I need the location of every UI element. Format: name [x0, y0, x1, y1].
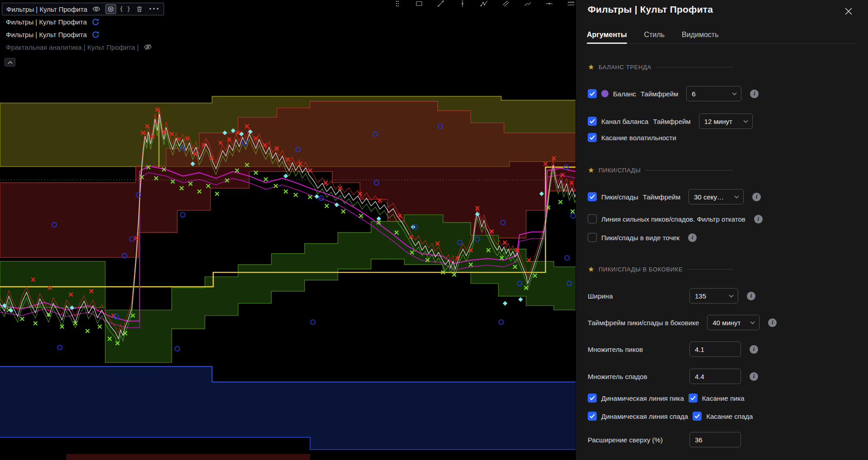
peaks-timeframe-select[interactable]: 30 секу… [689, 189, 744, 204]
peak-multiplier-input[interactable] [689, 341, 741, 357]
info-icon[interactable]: i [688, 233, 697, 242]
drag-handle-icon[interactable] [392, 0, 402, 9]
info-icon[interactable]: i [752, 193, 761, 201]
balance-timeframe-select[interactable]: 6 [686, 86, 741, 101]
sideways-timeframe-label: Таймфрейм пики/спады в боковике [588, 319, 699, 327]
vertical-line-tool-icon[interactable] [458, 0, 467, 9]
peak-touch-checkbox[interactable] [689, 394, 698, 403]
drop-multiplier-row: Множитель спадов i [588, 369, 859, 384]
width-label: Ширина [588, 292, 681, 300]
drop-touch-label: Касание спада [706, 413, 753, 420]
peaks-timeframe-row: Пики/спады Таймфрейм 30 секу… i [588, 189, 859, 204]
more-options-icon[interactable]: ••• [149, 4, 160, 14]
dynamic-drop-line-row: Динамическая линия спада Касание спада [588, 412, 859, 421]
volatility-touch-row: Касание волатильности [588, 133, 859, 142]
balance-channel-timeframe-select[interactable]: 12 минут [699, 114, 753, 129]
section-peaks-sideways: ПИКИ/СПАДЫ В БОКОВИКЕ [588, 266, 733, 273]
eye-off-icon[interactable] [142, 42, 153, 52]
section-title: ПИКИ/СПАДЫ В БОКОВИКЕ [599, 266, 683, 273]
star-icon [588, 266, 594, 273]
chart-canvas[interactable]: Фильтры | Культ Профита { } ••• Фильтры … [0, 0, 576, 460]
parallel-channel-tool-icon[interactable] [501, 0, 511, 9]
width-row: Ширина 135 i [588, 288, 859, 304]
dialog-tabs: Аргументы Стиль Видимость [587, 26, 857, 44]
legend-collapse-button[interactable] [5, 58, 15, 66]
star-icon [588, 64, 594, 71]
peak-touch-label: Касание пика [702, 394, 745, 402]
info-icon[interactable]: i [750, 90, 759, 98]
balance-channel-label: Канал баланса [601, 118, 648, 125]
info-icon[interactable]: i [747, 292, 755, 300]
sideways-timeframe-select[interactable]: 40 минут [707, 315, 760, 330]
info-icon[interactable]: i [750, 372, 758, 381]
balance-row: Баланс Таймфрейм 6 i [588, 86, 859, 101]
dynamic-peak-line-row: Динамическая линия пика Касание пика [588, 394, 859, 403]
peaks-label: Пики/спады [601, 193, 638, 201]
legend-row-filters-3[interactable]: Фильтры | Культ Профита [2, 28, 105, 41]
balance-checkbox[interactable] [588, 89, 597, 98]
drop-multiplier-input[interactable] [689, 369, 741, 384]
tradingview-app: Фильтры | Культ Профита { } ••• Фильтры … [0, 0, 868, 460]
source-code-icon[interactable] [105, 4, 116, 14]
strong-peaks-line-row: Линия сильных пиков/спадов. Фильтр откат… [588, 214, 859, 223]
braces-icon[interactable]: { } [120, 4, 131, 14]
rectangle-tool-icon[interactable] [414, 0, 424, 9]
legend-row-fractal[interactable]: Фрактальная аналитика | Культ Профита | [2, 41, 157, 53]
trend-line-tool-icon[interactable] [436, 0, 446, 9]
section-divider [645, 170, 733, 171]
volatility-touch-checkbox[interactable] [588, 133, 597, 142]
info-icon[interactable]: i [750, 345, 758, 354]
section-peaks: ПИКИ/СПАДЫ [588, 167, 733, 174]
legend-row-filters-1[interactable]: Фильтры | Культ Профита { } ••• [2, 3, 164, 15]
chevron-down-icon [734, 195, 739, 199]
top-expansion-label: Расширение сверху (%) [588, 436, 681, 444]
section-divider [656, 67, 733, 67]
balance-channel-row: Канал баланса Таймфрейм 12 минут [588, 114, 859, 129]
section-title: ПИКИ/СПАДЫ [599, 167, 641, 174]
legend: Фильтры | Культ Профита { } ••• Фильтры … [2, 3, 164, 53]
info-icon[interactable]: i [754, 215, 763, 223]
balance-channel-sublabel: Таймфрейм [653, 118, 690, 125]
drop-touch-checkbox[interactable] [693, 412, 702, 421]
dynamic-drop-line-checkbox[interactable] [588, 412, 597, 421]
chevron-down-icon [729, 294, 734, 298]
peaks-sublabel: Таймфрейм [643, 193, 680, 201]
loading-spinner-icon [90, 17, 101, 27]
width-select[interactable]: 135 [689, 288, 738, 304]
section-divider [687, 269, 733, 270]
peaks-as-dots-checkbox[interactable] [588, 233, 597, 242]
polyline-tool-icon[interactable] [479, 0, 489, 9]
balance-sublabel: Таймфрейм [641, 90, 678, 98]
tab-style[interactable]: Стиль [644, 26, 665, 43]
loading-spinner-icon [90, 29, 101, 39]
section-trend-balance: БАЛАНС ТРЕНДА [588, 64, 733, 71]
strong-peaks-line-label: Линия сильных пиков/спадов. Фильтр откат… [601, 215, 745, 223]
top-expansion-input[interactable] [689, 432, 741, 447]
section-title: БАЛАНС ТРЕНДА [599, 64, 651, 71]
drop-multiplier-label: Множитель спадов [588, 373, 681, 380]
info-icon[interactable]: i [768, 318, 777, 327]
indicator-settings-dialog: Фильтры | Культ Профита Аргументы Стиль … [576, 0, 868, 460]
horizontal-line-tool-icon[interactable] [544, 0, 554, 9]
top-expansion-row: Расширение сверху (%) [588, 432, 859, 447]
peaks-timeframe-checkbox[interactable] [588, 192, 597, 201]
tab-visibility[interactable]: Видимость [682, 26, 718, 43]
balance-label: Баланс [613, 90, 636, 98]
legend-label: Фильтры | Культ Профита [6, 18, 87, 26]
eye-icon[interactable] [91, 4, 102, 14]
legend-row-filters-2[interactable]: Фильтры | Культ Профита [2, 15, 105, 28]
tab-arguments[interactable]: Аргументы [587, 26, 627, 43]
chevron-down-icon [732, 92, 737, 95]
legend-label: Фрактальная аналитика | Культ Профита | [6, 43, 139, 51]
sideways-timeframe-row: Таймфрейм пики/спады в боковике 40 минут… [588, 315, 859, 330]
brush-tool-icon[interactable] [523, 0, 533, 9]
measure-tool-icon[interactable] [566, 0, 576, 9]
peak-multiplier-label: Множитель пиков [588, 346, 681, 353]
trash-icon[interactable] [134, 4, 145, 14]
close-icon[interactable] [843, 5, 854, 17]
balance-channel-checkbox[interactable] [588, 117, 597, 126]
strong-peaks-line-checkbox[interactable] [588, 214, 597, 223]
dynamic-peak-line-checkbox[interactable] [588, 394, 597, 403]
chevron-down-icon [743, 120, 748, 123]
chevron-down-icon [750, 321, 755, 324]
